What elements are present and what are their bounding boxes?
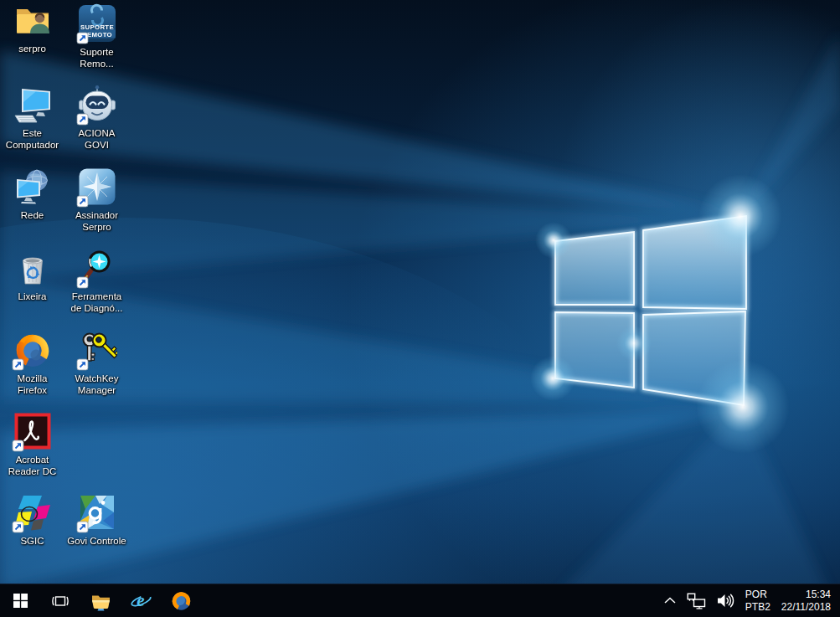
- shortcut-arrow-icon: [76, 521, 89, 533]
- firefox-button[interactable]: [161, 584, 201, 617]
- icon-label: Rede: [0, 209, 64, 221]
- icon-label: Suporte Remo...: [64, 46, 129, 69]
- windows-desktop: serpro SUPORTE REMOTO Suporte Remo...: [0, 0, 840, 617]
- shortcut-arrow-icon: [76, 32, 89, 44]
- icon-label: Acrobat Reader DC: [0, 454, 64, 477]
- recycle-bin-icon: [13, 248, 53, 288]
- desktop-icon-suporte-remoto[interactable]: SUPORTE REMOTO Suporte Remo...: [64, 3, 129, 69]
- windows-logo-icon: [13, 594, 28, 608]
- icon-label: serpro: [0, 43, 64, 54]
- svg-text:SUPORTE: SUPORTE: [80, 23, 114, 31]
- desktop-icon-sgic[interactable]: SGIC: [0, 492, 64, 547]
- shortcut-arrow-icon: [12, 440, 24, 452]
- suporte-remoto-icon: SUPORTE REMOTO: [77, 3, 117, 44]
- acrobat-reader-icon: [13, 411, 53, 451]
- icon-label: Govi Controle: [64, 535, 129, 547]
- system-tray: POR PTB2 15:34 22/11/2018: [662, 584, 840, 617]
- desktop-icon-watchkey-manager[interactable]: WatchKey Manager: [64, 330, 129, 396]
- desktop-icon-lixeira[interactable]: Lixeira: [0, 248, 64, 302]
- task-view-icon: [51, 593, 70, 609]
- network-icon: [687, 593, 706, 609]
- file-explorer-icon: [90, 591, 111, 611]
- icon-label: SGIC: [0, 535, 64, 547]
- hidden-icons-chevron[interactable]: [662, 595, 678, 606]
- sgic-icon: [13, 492, 53, 532]
- task-view-button[interactable]: [40, 584, 80, 617]
- shortcut-arrow-icon: [76, 113, 89, 126]
- shortcut-arrow-icon: [76, 195, 89, 208]
- desktop-icon-mozilla-firefox[interactable]: Mozilla Firefox: [0, 330, 64, 396]
- clock-time: 15:34: [781, 589, 831, 601]
- taskbar: e: [0, 584, 840, 617]
- file-explorer-button[interactable]: [80, 584, 121, 617]
- internet-explorer-icon: e: [130, 589, 152, 612]
- internet-explorer-button[interactable]: e: [121, 584, 161, 617]
- govi-controle-icon: [77, 492, 117, 532]
- magnifier-diagnostic-icon: [77, 248, 117, 288]
- shortcut-arrow-icon: [76, 358, 89, 371]
- chevron-up-icon: [664, 597, 676, 604]
- network-places-icon: [13, 167, 53, 207]
- shortcut-arrow-icon: [12, 521, 24, 533]
- this-pc-icon: [13, 85, 53, 125]
- firefox-icon: [13, 330, 53, 370]
- shortcut-arrow-icon: [76, 276, 89, 289]
- speaker-icon: [717, 593, 734, 609]
- icon-label: Mozilla Firefox: [0, 373, 64, 396]
- svg-text:e: e: [137, 590, 144, 610]
- icon-label: ACIONA GOVI: [64, 127, 129, 151]
- icon-label: WatchKey Manager: [64, 373, 129, 396]
- robot-icon: [77, 85, 117, 125]
- volume-tray-icon-button[interactable]: [715, 591, 736, 610]
- shortcut-arrow-icon: [12, 358, 24, 371]
- assinador-serpro-icon: [77, 167, 117, 207]
- icon-label: Ferramenta de Diagnó...: [64, 291, 129, 314]
- icon-label: Assinador Serpro: [64, 209, 129, 233]
- start-button[interactable]: [0, 584, 40, 617]
- desktop-icon-aciona-govi[interactable]: ACIONA GOVI: [64, 85, 129, 151]
- clock[interactable]: 15:34 22/11/2018: [780, 587, 832, 615]
- icon-label: Este Computador: [0, 127, 64, 151]
- network-tray-icon-button[interactable]: [685, 591, 708, 611]
- desktop-icon-este-computador[interactable]: Este Computador: [0, 85, 64, 151]
- firefox-icon: [170, 589, 193, 612]
- desktop-icon-ferramenta-diagnostico[interactable]: Ferramenta de Diagnó...: [64, 248, 129, 314]
- icon-label: Lixeira: [0, 291, 64, 302]
- keyboard-layout-code: PTB2: [745, 601, 770, 614]
- desktop-icon-serpro[interactable]: serpro: [0, 0, 64, 54]
- desktop-icon-acrobat-reader[interactable]: Acrobat Reader DC: [0, 411, 64, 477]
- language-indicator[interactable]: POR PTB2: [744, 587, 772, 615]
- keys-icon: [77, 330, 117, 370]
- desktop-icon-assinador-serpro[interactable]: Assinador Serpro: [64, 167, 129, 233]
- clock-date: 22/11/2018: [781, 601, 831, 614]
- desktop-icon-govi-controle[interactable]: Govi Controle: [64, 492, 129, 547]
- user-folder-icon: [13, 0, 53, 40]
- desktop-icon-rede[interactable]: Rede: [0, 167, 64, 221]
- language-code: POR: [745, 589, 770, 601]
